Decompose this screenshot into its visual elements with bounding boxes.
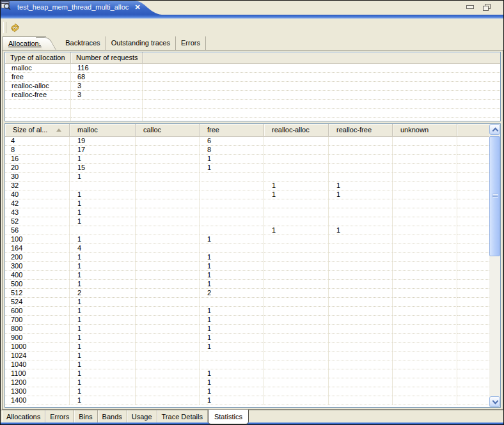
close-icon[interactable]: ✕ bbox=[132, 1, 143, 14]
table-cell: 1 bbox=[200, 164, 264, 173]
scroll-up-button[interactable] bbox=[489, 124, 500, 135]
tab-outstanding-traces[interactable]: Outstanding traces bbox=[106, 36, 176, 50]
table-cell: 1 bbox=[200, 155, 264, 164]
stats-row[interactable]: 120011 bbox=[5, 378, 489, 387]
table-cell bbox=[329, 343, 393, 352]
table-cell bbox=[136, 334, 200, 343]
stats-row[interactable]: 100011 bbox=[5, 343, 489, 352]
editor-tab[interactable]: test_heap_mem_thread_multi_alloc ✕ bbox=[1, 1, 162, 15]
table-cell bbox=[264, 244, 329, 253]
table-cell bbox=[264, 235, 329, 244]
stats-row[interactable]: 40011 bbox=[5, 271, 489, 280]
tab-backtraces[interactable]: Backtraces bbox=[60, 36, 106, 50]
table-cell bbox=[71, 109, 143, 118]
table-cell bbox=[457, 262, 489, 271]
column-header-calloc[interactable]: calloc bbox=[136, 124, 200, 136]
stats-row[interactable]: 5241 bbox=[5, 298, 489, 307]
table-cell bbox=[264, 208, 329, 217]
column-header-malloc[interactable]: malloc bbox=[70, 124, 136, 136]
summary-empty-row[interactable] bbox=[5, 118, 500, 121]
stats-row[interactable]: 20011 bbox=[5, 253, 489, 262]
table-cell bbox=[136, 217, 200, 226]
stats-row[interactable]: 40111 bbox=[5, 190, 489, 199]
stats-row[interactable]: 70011 bbox=[5, 316, 489, 325]
stats-row[interactable]: 140011 bbox=[5, 396, 489, 405]
stats-row[interactable]: 1611 bbox=[5, 155, 489, 164]
stats-row[interactable]: 5611 bbox=[5, 226, 489, 235]
stats-row[interactable]: 8178 bbox=[5, 146, 489, 155]
stats-row[interactable]: 130011 bbox=[5, 387, 489, 396]
stats-row[interactable]: 10241 bbox=[5, 352, 489, 360]
table-cell: 2 bbox=[70, 289, 136, 298]
table-cell: 56 bbox=[5, 226, 70, 235]
summary-empty-row[interactable] bbox=[5, 100, 500, 109]
table-cell: 100 bbox=[5, 235, 70, 244]
summary-row[interactable]: free68 bbox=[5, 73, 500, 82]
table-cell: 1100 bbox=[5, 369, 70, 378]
table-cell: 68 bbox=[71, 73, 143, 82]
table-cell bbox=[393, 325, 457, 334]
table-cell bbox=[264, 271, 329, 280]
column-header-type-of-allocation[interactable]: Type of allocation bbox=[5, 52, 71, 63]
table-cell bbox=[393, 334, 457, 343]
stats-row[interactable]: 80011 bbox=[5, 325, 489, 334]
stats-row[interactable]: 521 bbox=[5, 217, 489, 226]
table-cell bbox=[136, 280, 200, 289]
stats-row[interactable]: 50011 bbox=[5, 280, 489, 289]
column-header-number-of-requests[interactable]: Number of requests bbox=[71, 52, 143, 63]
stats-row[interactable]: 60011 bbox=[5, 307, 489, 316]
stats-row[interactable]: 90011 bbox=[5, 334, 489, 343]
table-cell bbox=[143, 118, 500, 121]
table-cell: 1300 bbox=[5, 387, 70, 396]
table-cell bbox=[457, 199, 489, 208]
stats-row[interactable]: 30011 bbox=[5, 262, 489, 271]
stats-row[interactable]: 301 bbox=[5, 173, 489, 182]
stats-row[interactable]: 51222 bbox=[5, 289, 489, 298]
stats-row[interactable]: 1644 bbox=[5, 244, 489, 253]
table-cell: 30 bbox=[5, 173, 70, 182]
summary-row[interactable]: realloc-free3 bbox=[5, 91, 500, 100]
tab-allocations[interactable]: Allocations bbox=[2, 36, 46, 50]
stats-row[interactable]: 3211 bbox=[5, 182, 489, 190]
table-cell: 1200 bbox=[5, 378, 70, 387]
scroll-down-button[interactable] bbox=[489, 396, 500, 407]
stats-row[interactable]: 10401 bbox=[5, 360, 489, 369]
summary-empty-row[interactable] bbox=[5, 109, 500, 118]
column-header-unknown[interactable]: unknown bbox=[393, 124, 457, 136]
table-cell bbox=[70, 226, 136, 235]
stats-row[interactable]: 10011 bbox=[5, 235, 489, 244]
scroll-down-icon bbox=[492, 398, 499, 405]
table-cell: 1 bbox=[200, 378, 264, 387]
minimize-button[interactable] bbox=[465, 3, 475, 11]
table-cell bbox=[393, 226, 457, 235]
column-header-realloc-free[interactable]: realloc-free bbox=[329, 124, 393, 136]
toolbar-drag-handle[interactable] bbox=[3, 22, 6, 33]
column-header-size-of-al[interactable]: Size of al... bbox=[5, 124, 70, 136]
table-cell bbox=[329, 253, 393, 262]
memory-analysis-view-window: test_heap_mem_thread_multi_alloc ✕ Alloc… bbox=[0, 0, 504, 425]
maximize-button[interactable] bbox=[482, 3, 492, 11]
table-cell bbox=[393, 378, 457, 387]
table-cell: 1 bbox=[200, 235, 264, 244]
stats-row[interactable]: 110011 bbox=[5, 369, 489, 378]
stats-row[interactable]: 4196 bbox=[5, 137, 489, 146]
table-cell: 200 bbox=[5, 253, 70, 262]
column-header-free[interactable]: free bbox=[200, 124, 264, 136]
table-cell bbox=[71, 100, 143, 109]
stats-row[interactable]: 20151 bbox=[5, 164, 489, 173]
summary-row[interactable]: malloc116 bbox=[5, 64, 500, 73]
table-cell bbox=[457, 307, 489, 316]
tab-errors[interactable]: Errors bbox=[176, 36, 206, 50]
table-cell bbox=[264, 352, 329, 360]
stats-row[interactable]: 431 bbox=[5, 208, 489, 217]
table-cell bbox=[143, 82, 500, 91]
view-tab-statistics[interactable]: Statistics bbox=[208, 410, 249, 424]
table-cell bbox=[143, 64, 500, 73]
stats-row[interactable]: 421 bbox=[5, 199, 489, 208]
refresh-button[interactable] bbox=[8, 20, 22, 35]
table-cell: 1 bbox=[70, 360, 136, 369]
scrollbar-thumb[interactable] bbox=[489, 136, 500, 256]
column-header-realloc-alloc[interactable]: realloc-alloc bbox=[264, 124, 329, 136]
summary-row[interactable]: realloc-alloc3 bbox=[5, 82, 500, 91]
vertical-scrollbar[interactable] bbox=[489, 124, 500, 407]
